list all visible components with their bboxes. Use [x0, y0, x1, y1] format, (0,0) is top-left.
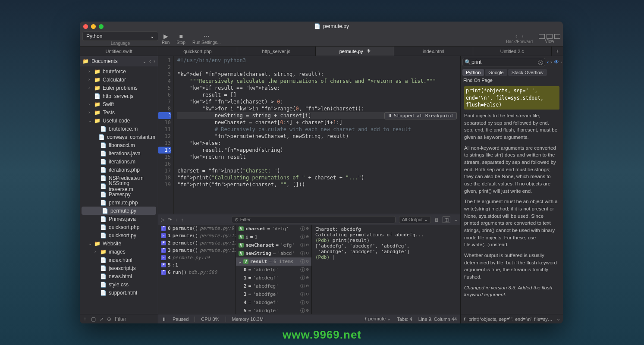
info-icon[interactable]: ⓘ — [300, 234, 305, 240]
info-icon[interactable]: ⓘ — [300, 242, 305, 248]
code-area[interactable]: ⏸ Stopped at Breakpoint #!/usr/bin/env p… — [174, 56, 460, 214]
stack-frame[interactable]: F0 permute() permute.py:9 — [158, 225, 236, 232]
info-icon[interactable]: ⓘ — [300, 307, 305, 314]
language-select[interactable]: Python ⌄ — [82, 31, 158, 41]
file-item[interactable]: 📄http_server.js — [80, 92, 158, 100]
variable-row[interactable]: VnewString = 'abcd'ⓘ⊖ — [236, 249, 311, 257]
tab[interactable]: http_server.js — [237, 47, 316, 56]
file-item[interactable]: 📄index.html — [80, 256, 158, 264]
stack-frame[interactable]: F6 run() bdb.py:580 — [158, 269, 236, 276]
remove-icon[interactable]: ⊖ — [306, 299, 309, 306]
output-select[interactable]: All Output ⌄ — [399, 216, 431, 223]
file-item[interactable]: 📄iterations.php — [80, 166, 158, 174]
new-tab-button[interactable]: ＋ — [552, 47, 563, 56]
folder-item[interactable]: ›📁bruteforce — [80, 67, 158, 75]
info-icon[interactable]: ⓘ — [300, 250, 305, 257]
stack-frame[interactable]: F4 permute.py:19 — [158, 254, 236, 261]
file-item[interactable]: 📄style.css — [80, 280, 158, 289]
file-item[interactable]: 📄iterations.java — [80, 149, 158, 157]
folder-item[interactable]: ›📁Swift — [80, 100, 158, 108]
run-button[interactable]: ▶ Run — [162, 33, 170, 45]
remove-icon[interactable]: ⊖ — [306, 234, 309, 240]
variable-child[interactable]: 2 = 'abcdfeg'ⓘ⊖ — [236, 282, 311, 290]
remove-icon[interactable]: ⊖ — [306, 291, 309, 298]
step-in-icon[interactable]: ↓ — [175, 217, 178, 222]
variable-child[interactable]: 4 = 'abcdgef'ⓘ⊖ — [236, 298, 311, 307]
function-indicator[interactable]: ƒ permute ⌄ — [364, 316, 391, 322]
chevron-updown-icon[interactable]: ⌄ — [556, 316, 560, 322]
file-item[interactable]: 📄support.html — [80, 289, 158, 297]
trash-icon[interactable]: 🗑 — [434, 217, 439, 222]
remove-icon[interactable]: ⊖ — [306, 242, 309, 248]
variable-row[interactable]: VnewCharset = 'efg'ⓘ⊖ — [236, 241, 311, 249]
variable-row[interactable]: Vcharset = 'defg'ⓘ⊖ — [236, 225, 311, 233]
remove-icon[interactable]: ⊖ — [306, 307, 309, 314]
folder-item[interactable]: ›📁Calculator — [80, 75, 158, 84]
forward-icon[interactable]: › — [521, 33, 523, 39]
remove-icon[interactable]: ⊖ — [306, 283, 309, 289]
debug-filter[interactable]: ⊙ Filter — [232, 216, 396, 223]
variable-row[interactable]: Vi = 1ⓘ⊖ — [236, 233, 311, 241]
file-item[interactable]: 📄Primes.java — [80, 215, 158, 223]
variable-row[interactable]: ⌄Vresult = 6 itemsⓘ⊖ — [236, 257, 311, 266]
folder-item[interactable]: ›📁Euler problems — [80, 84, 158, 92]
file-item[interactable]: 📄fibonacci.m — [80, 141, 158, 149]
doc-back-icon[interactable]: ‹ — [547, 59, 549, 65]
file-item[interactable]: 📄NSString traverse.m — [80, 182, 158, 190]
step-out-icon[interactable]: ↑ — [181, 217, 184, 222]
folder-item[interactable]: ›📁Tests — [80, 108, 158, 116]
view-bottom-icon[interactable] — [547, 34, 553, 39]
tab[interactable]: index.html — [394, 47, 473, 56]
tab[interactable]: permute.py ✳ — [316, 47, 394, 56]
chevron-down-icon[interactable]: ⌄ — [239, 259, 242, 264]
eye-icon[interactable]: 👁 — [554, 59, 559, 65]
stack-frame[interactable]: F2 permute() permute.py:12 — [158, 239, 236, 247]
doc-tab[interactable]: Stack Overflow — [508, 69, 547, 76]
variable-child[interactable]: 0 = 'abcdefg'ⓘ⊖ — [236, 266, 311, 274]
more-icon[interactable]: ⋯ — [561, 59, 563, 65]
remove-icon[interactable]: ⊖ — [306, 275, 309, 281]
file-item[interactable]: 📄quicksort.php — [80, 223, 158, 231]
info-icon[interactable]: ⓘ — [300, 226, 305, 232]
folder-item[interactable]: ›📁images — [80, 248, 158, 256]
minimize-icon[interactable] — [91, 24, 96, 29]
sidebar-filter[interactable]: Filter — [115, 316, 126, 322]
call-stack[interactable]: F0 permute() permute.py:9F1 permute() pe… — [158, 225, 236, 314]
file-item[interactable]: 📄javascript.js — [80, 264, 158, 272]
file-item[interactable]: 📄permute.php — [80, 198, 158, 207]
new-folder-icon[interactable]: ▢ — [91, 316, 96, 322]
tab[interactable]: quicksort.php — [158, 47, 237, 56]
variable-child[interactable]: 5 = 'abcdgfe'ⓘ⊖ — [236, 307, 311, 314]
info-icon[interactable]: ⓘ — [300, 299, 305, 306]
clear-icon[interactable]: ⓧ — [538, 59, 543, 66]
line-gutter[interactable]: 12345678910111213141516171819 — [158, 56, 174, 214]
doc-tab[interactable]: Python — [462, 69, 484, 76]
view-left-icon[interactable] — [539, 34, 545, 39]
debug-console[interactable]: Charset: abcdefgCalculating permutations… — [312, 225, 460, 314]
variable-child[interactable]: 3 = 'abcdfge'ⓘ⊖ — [236, 290, 311, 298]
info-icon[interactable]: ⓘ — [300, 283, 305, 289]
variables-pane[interactable]: Vcharset = 'defg'ⓘ⊖Vi = 1ⓘ⊖VnewCharset =… — [236, 225, 312, 314]
remove-icon[interactable]: ⊖ — [306, 250, 309, 257]
close-icon[interactable] — [83, 24, 88, 29]
remove-icon[interactable]: ⊖ — [306, 226, 309, 232]
pause-icon[interactable]: ⏸ — [162, 317, 166, 322]
add-file-icon[interactable]: ＋ — [82, 315, 88, 323]
info-icon[interactable]: ⓘ — [300, 267, 305, 273]
zoom-icon[interactable] — [99, 24, 104, 29]
find-on-page[interactable]: Find On Page — [461, 77, 563, 84]
folder-item[interactable]: ⌄📁Website — [80, 239, 158, 248]
doc-search-input[interactable] — [462, 58, 545, 66]
variable-child[interactable]: 1 = 'abcdegf'ⓘ⊖ — [236, 274, 311, 282]
open-in-icon[interactable]: ↗ — [99, 316, 104, 322]
stack-frame[interactable]: F3 permute() permute.py:12 — [158, 247, 236, 254]
code-editor[interactable]: 12345678910111213141516171819 ⏸ Stopped … — [158, 56, 460, 214]
file-item[interactable]: 📄iterations.m — [80, 157, 158, 166]
folder-item[interactable]: ⌄📁Useful code — [80, 116, 158, 125]
layout-icon[interactable]: ◫ — [443, 216, 450, 223]
stop-button[interactable]: ■ Stop — [176, 33, 185, 45]
status-tabs[interactable]: Tabs: 4 — [397, 317, 412, 322]
file-item[interactable]: 📄conways_constant.m — [80, 133, 158, 141]
doc-tab[interactable]: Google — [485, 69, 507, 76]
tab[interactable]: Untitled 2.c — [473, 47, 552, 56]
